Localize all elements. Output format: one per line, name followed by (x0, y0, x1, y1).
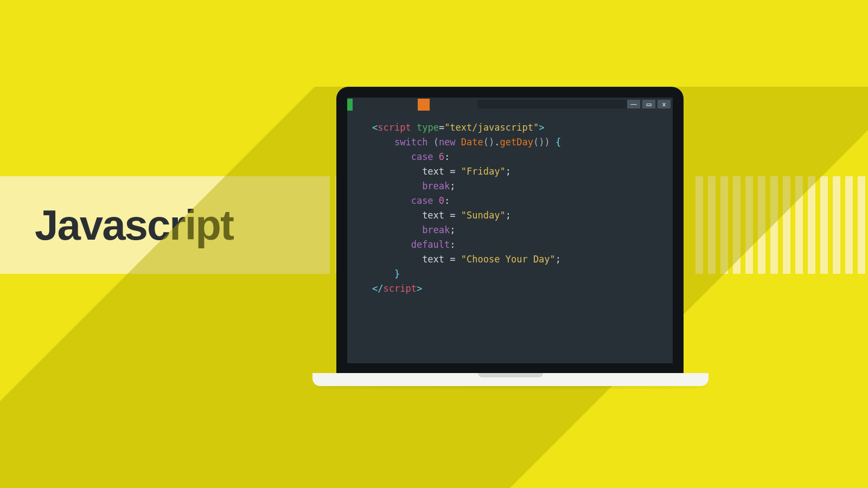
code-token: ()) (533, 137, 550, 147)
editor-address-bar (477, 100, 635, 108)
stripe (783, 176, 790, 274)
code-token: "Friday" (461, 166, 506, 177)
laptop-base (312, 373, 709, 386)
page-title: Javascript (35, 201, 233, 250)
code-token (444, 254, 450, 265)
code-token: = (450, 166, 455, 177)
code-token (411, 122, 417, 133)
code-token (444, 166, 450, 177)
code-token: type (417, 122, 439, 133)
code-token: } (394, 268, 400, 279)
code-token: = (450, 254, 455, 265)
code-token: 6 (439, 151, 444, 162)
code-token: < (372, 283, 378, 294)
code-token: text (422, 166, 444, 177)
code-token: ; (506, 166, 511, 177)
laptop-screen-frame: — ▭ x <script type="text/javascript"> sw… (336, 87, 684, 374)
code-token: case (411, 195, 433, 206)
stripe (808, 176, 815, 274)
stripe (795, 176, 803, 274)
minimize-button[interactable]: — (627, 100, 640, 108)
laptop: — ▭ x <script type="text/javascript"> sw… (336, 87, 684, 374)
title-banner: Javascript (0, 176, 326, 274)
code-token: Date (461, 137, 483, 147)
code-token (444, 210, 450, 221)
code-token (456, 254, 461, 265)
code-token: ; (506, 210, 511, 221)
stripe (858, 176, 865, 274)
code-token: case (411, 151, 433, 162)
stripe (708, 176, 716, 274)
code-token: : (444, 195, 450, 206)
window-controls: — ▭ x (627, 100, 671, 108)
code-token: = (439, 122, 444, 133)
code-block: <script type="text/javascript"> switch (… (372, 120, 561, 296)
editor-tab-marker-orange (418, 99, 430, 111)
code-token: ( (433, 137, 439, 147)
maximize-button[interactable]: ▭ (642, 100, 655, 108)
stripe (833, 176, 840, 274)
code-token (550, 137, 556, 147)
code-token: "text/javascript" (444, 122, 539, 133)
code-token: getDay (500, 137, 533, 147)
code-token: "Choose Your Day" (461, 254, 556, 265)
stripe (309, 176, 317, 274)
code-token: 0 (439, 195, 444, 206)
code-token (456, 210, 461, 221)
code-token (433, 151, 439, 162)
laptop-notch (478, 373, 543, 377)
code-token: ; (556, 254, 561, 265)
code-token: script (378, 122, 411, 133)
stripe (720, 176, 728, 274)
code-token: "Sunday" (461, 210, 506, 221)
code-token: / (378, 283, 383, 294)
code-token (433, 195, 439, 206)
code-editor-window: — ▭ x <script type="text/javascript"> sw… (347, 98, 673, 363)
code-token: text (422, 254, 444, 265)
code-token: new (439, 137, 456, 147)
stripe (733, 176, 741, 274)
stripe (695, 176, 703, 274)
code-token (427, 137, 433, 147)
editor-tab-marker-green (347, 99, 353, 111)
code-token: = (450, 210, 455, 221)
stripe (322, 176, 330, 274)
decorative-stripes-right (695, 176, 865, 274)
code-token: { (556, 137, 561, 147)
editor-titlebar: — ▭ x (347, 98, 673, 111)
code-token: : (450, 239, 455, 250)
code-token: . (494, 137, 500, 147)
code-token: default (411, 239, 450, 250)
code-token: : (444, 151, 450, 162)
code-token: ; (450, 224, 455, 235)
code-token: > (417, 283, 422, 294)
stripe (845, 176, 853, 274)
code-token: switch (394, 137, 427, 147)
stripe (770, 176, 778, 274)
code-token: < (372, 122, 378, 133)
code-token: text (422, 210, 444, 221)
code-token: () (483, 137, 494, 147)
code-token: break (422, 224, 450, 235)
code-token: script (384, 283, 417, 294)
stripe (758, 176, 765, 274)
code-SP (456, 137, 461, 147)
code-token (456, 166, 461, 177)
code-token: break (422, 181, 450, 191)
close-button[interactable]: x (658, 100, 671, 108)
stripe (820, 176, 828, 274)
code-token: ; (450, 181, 455, 191)
code-token: > (539, 122, 544, 133)
stripe (745, 176, 753, 274)
